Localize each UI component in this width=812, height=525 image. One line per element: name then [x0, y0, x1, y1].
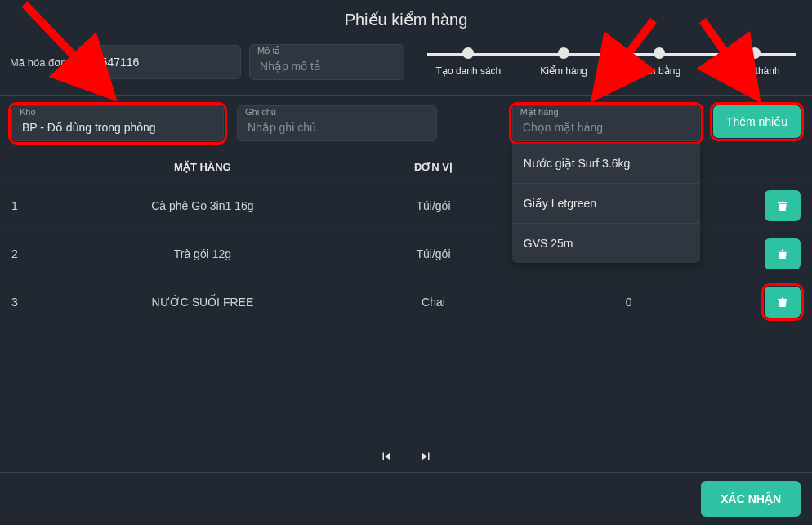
step-complete[interactable]: Hoàn thành	[707, 47, 802, 77]
row-index: 1	[11, 199, 60, 212]
page-first-button[interactable]	[379, 449, 394, 466]
row-item-name: NƯỚC SUỐI FREE	[60, 296, 345, 309]
row-qty: 0	[522, 296, 735, 309]
note-input[interactable]	[237, 105, 437, 141]
skip-previous-icon	[379, 449, 394, 464]
row-unit: Túi/gói	[345, 247, 522, 260]
order-code-input[interactable]	[78, 45, 241, 79]
step-dot-icon	[749, 47, 761, 59]
delete-row-button[interactable]	[765, 287, 801, 318]
row-index: 3	[11, 296, 60, 309]
add-many-button[interactable]: Thêm nhiều	[713, 105, 801, 138]
step-label: Tạo danh sách	[436, 65, 502, 77]
top-row: Mã hóa đơn: Mô tả Tạo danh sách Kiểm hàn…	[0, 44, 812, 95]
description-input[interactable]	[249, 44, 404, 80]
divider	[0, 95, 812, 96]
dropdown-item[interactable]: Nước giặt Surf 3.6kg	[512, 143, 700, 183]
filter-row: Kho Ghi chú Mặt hàng Nước giặt Surf 3.6k…	[0, 105, 812, 153]
step-label: Kiểm hàng	[540, 65, 587, 77]
trash-icon	[776, 247, 789, 260]
page-title: Phiếu kiểm hàng	[0, 0, 812, 44]
step-label: Cân bằng	[638, 65, 680, 77]
footer: XÁC NHẬN	[0, 472, 812, 525]
item-picker-input[interactable]	[512, 105, 700, 141]
item-dropdown: Nước giặt Surf 3.6kg Giấy Letgreen GVS 2…	[512, 143, 700, 263]
dropdown-item[interactable]: Giấy Letgreen	[512, 183, 700, 223]
delete-row-button[interactable]	[765, 190, 801, 221]
trash-icon	[776, 296, 789, 309]
dropdown-item[interactable]: GVS 25m	[512, 223, 700, 263]
step-balance[interactable]: Cân bằng	[612, 47, 707, 77]
page-last-button[interactable]	[418, 449, 433, 466]
progress-stepper: Tạo danh sách Kiểm hàng Cân bằng Hoàn th…	[421, 47, 802, 77]
step-label: Hoàn thành	[729, 65, 780, 77]
warehouse-select[interactable]	[11, 105, 224, 141]
skip-next-icon	[418, 449, 433, 464]
pagination	[0, 449, 812, 466]
delete-row-button[interactable]	[765, 238, 801, 269]
row-unit: Chai	[345, 296, 522, 309]
col-item: MẶT HÀNG	[60, 161, 345, 173]
col-unit: ĐƠN VỊ	[345, 161, 522, 173]
trash-icon	[776, 199, 789, 212]
step-dot-icon	[462, 47, 474, 59]
table-row: 3 NƯỚC SUỐI FREE Chai 0	[0, 278, 812, 326]
row-item-name: Trà gói 12g	[60, 247, 345, 260]
row-index: 2	[11, 247, 60, 260]
confirm-button[interactable]: XÁC NHẬN	[701, 481, 801, 517]
row-item-name: Cà phê Go 3in1 16g	[60, 199, 345, 212]
step-check[interactable]: Kiểm hàng	[516, 47, 612, 77]
order-code-label: Mã hóa đơn:	[10, 56, 69, 69]
step-dot-icon	[558, 47, 569, 59]
row-unit: Túi/gói	[345, 199, 522, 212]
step-dot-icon	[654, 47, 665, 59]
step-create-list[interactable]: Tạo danh sách	[421, 47, 516, 77]
